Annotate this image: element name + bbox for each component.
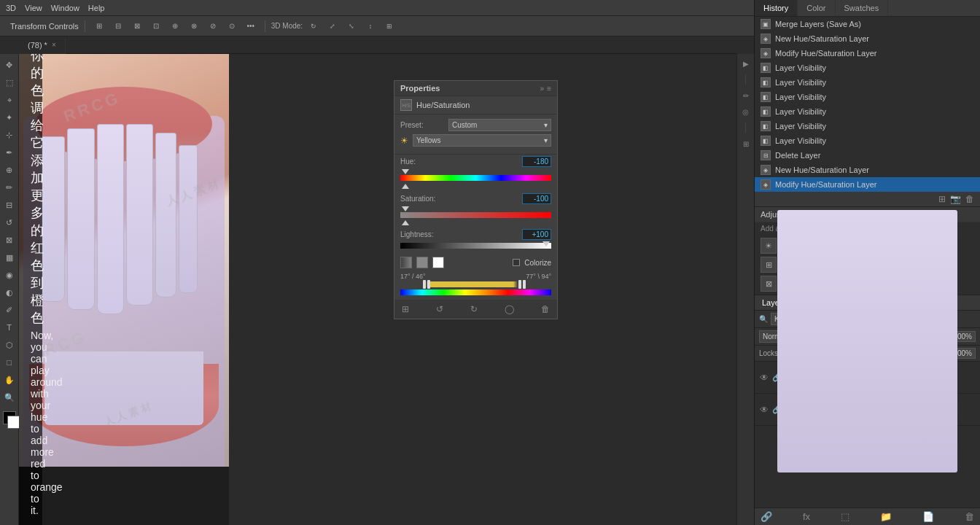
toolbar-btn-7[interactable]: ⊘ bbox=[205, 19, 221, 34]
tool-heal[interactable]: ⊕ bbox=[1, 162, 18, 178]
tool-crop[interactable]: ⊹ bbox=[1, 127, 18, 143]
history-item-8[interactable]: ◧ Layer Visibility bbox=[755, 133, 980, 148]
range-handle-left2[interactable] bbox=[427, 280, 430, 289]
mode-btn-5[interactable]: ⊞ bbox=[381, 19, 397, 34]
history-item-7[interactable]: ◧ Layer Visibility bbox=[755, 119, 980, 133]
history-item-9[interactable]: ⊟ Delete Layer bbox=[755, 148, 980, 163]
history-item-5[interactable]: ◧ Layer Visibility bbox=[755, 90, 980, 104]
strip-icon-edit[interactable]: ✏ bbox=[739, 89, 752, 102]
history-item-6[interactable]: ◧ Layer Visibility bbox=[755, 104, 980, 119]
hist-icon-1[interactable]: ⊞ bbox=[938, 194, 946, 204]
hue-value[interactable]: -180 bbox=[522, 156, 551, 167]
toolbar-btn-8[interactable]: ⊙ bbox=[224, 19, 240, 34]
tool-lasso[interactable]: ⌖ bbox=[1, 92, 18, 108]
background-color[interactable] bbox=[7, 416, 20, 429]
tool-shape[interactable]: □ bbox=[1, 354, 18, 370]
tool-gradient[interactable]: ▦ bbox=[1, 249, 18, 265]
prop-footer-icon-1[interactable]: ⊞ bbox=[400, 303, 411, 316]
toolbar-btn-4[interactable]: ⊡ bbox=[148, 19, 164, 34]
sat-thumb-top[interactable] bbox=[402, 206, 409, 211]
tool-hand[interactable]: ✋ bbox=[1, 372, 18, 388]
hue-thumb-bottom[interactable] bbox=[402, 184, 409, 189]
strip-icon-adjust[interactable]: ◎ bbox=[739, 105, 752, 118]
tab-color[interactable]: Color bbox=[798, 0, 835, 16]
prop-footer-icon-3[interactable]: ↻ bbox=[469, 303, 479, 316]
layer-footer-folder[interactable]: 📁 bbox=[880, 511, 892, 522]
history-item-4[interactable]: ◧ Layer Visibility bbox=[755, 75, 980, 90]
range-handle-left[interactable] bbox=[423, 280, 426, 289]
foreground-color[interactable] bbox=[3, 411, 16, 424]
tool-blur[interactable]: ◉ bbox=[1, 267, 18, 283]
toolbar-btn-1[interactable]: ⊞ bbox=[91, 19, 107, 34]
toolbar-btn-3[interactable]: ⊠ bbox=[129, 19, 145, 34]
channel-dropdown[interactable]: Yellows ▾ bbox=[413, 134, 551, 147]
tab-close[interactable]: × bbox=[52, 41, 56, 49]
menu-window[interactable]: Window bbox=[51, 4, 79, 12]
tool-eyedropper[interactable]: ✒ bbox=[1, 144, 18, 160]
light-thumb[interactable] bbox=[542, 241, 550, 246]
eye-icon-1[interactable]: 👁 bbox=[759, 405, 769, 415]
adj-icon-cm[interactable]: ⊞ bbox=[761, 257, 777, 273]
prop-footer-icon-4[interactable]: ◯ bbox=[503, 303, 516, 316]
tool-magic[interactable]: ✦ bbox=[1, 109, 18, 125]
mode-btn-3[interactable]: ⤡ bbox=[343, 19, 359, 34]
menu-view[interactable]: View bbox=[25, 4, 42, 12]
history-item-10[interactable]: ◈ New Hue/Saturation Layer bbox=[755, 163, 980, 177]
properties-expand-icon[interactable]: » bbox=[540, 85, 545, 93]
toolbar-more[interactable]: ••• bbox=[243, 19, 259, 34]
tool-path[interactable]: ⬡ bbox=[1, 337, 18, 353]
toolbar-btn-6[interactable]: ⊗ bbox=[186, 19, 202, 34]
tool-text[interactable]: T bbox=[1, 319, 18, 335]
layer-item-1[interactable]: 👁 🔗 Layer 6 bbox=[755, 394, 980, 426]
properties-menu-icon[interactable]: ≡ bbox=[547, 85, 551, 93]
hue-range-track[interactable] bbox=[400, 281, 551, 287]
prop-footer-icon-5[interactable]: 🗑 bbox=[540, 303, 551, 316]
tab-history[interactable]: History bbox=[755, 0, 798, 16]
tool-eraser[interactable]: ⊠ bbox=[1, 232, 18, 248]
sat-thumb-bottom[interactable] bbox=[402, 220, 409, 225]
preset-dropdown[interactable]: Custom ▾ bbox=[448, 119, 551, 131]
history-item-0[interactable]: ▣ Merge Layers (Save As) bbox=[755, 17, 980, 31]
mode-btn-2[interactable]: ⤢ bbox=[324, 19, 341, 34]
layer-footer-delete[interactable]: 🗑 bbox=[965, 511, 974, 522]
adj-icon-s1[interactable]: ⊠ bbox=[761, 276, 777, 292]
history-item-1[interactable]: ◈ New Hue/Saturation Layer bbox=[755, 31, 980, 46]
tool-pen[interactable]: ✐ bbox=[1, 302, 18, 318]
tool-zoom[interactable]: 🔍 bbox=[1, 389, 18, 405]
tool-select[interactable]: ⬚ bbox=[1, 74, 18, 90]
adj-icon-brightness[interactable]: ☀ bbox=[761, 238, 777, 254]
hue-thumb-top[interactable] bbox=[402, 169, 409, 174]
menu-3d[interactable]: 3D bbox=[6, 4, 16, 12]
history-item-11[interactable]: ◈ Modify Hue/Saturation Layer bbox=[755, 177, 980, 192]
hue-slider-track[interactable] bbox=[400, 175, 551, 181]
light-value[interactable]: +100 bbox=[522, 229, 551, 240]
tool-move[interactable]: ✥ bbox=[1, 57, 18, 73]
hist-icon-3[interactable]: 🗑 bbox=[965, 194, 974, 204]
strip-icon-select[interactable]: ⊞ bbox=[739, 137, 752, 150]
toolbar-btn-5[interactable]: ⊕ bbox=[167, 19, 183, 34]
strip-icon-play[interactable]: ▶ bbox=[739, 57, 752, 70]
layer-footer-add[interactable]: 📄 bbox=[922, 511, 934, 522]
tool-brush[interactable]: ✏ bbox=[1, 179, 18, 195]
range-handle-right2[interactable] bbox=[523, 280, 526, 289]
file-tab[interactable]: (78) * × bbox=[19, 36, 66, 54]
eye-icon-0[interactable]: 👁 bbox=[759, 373, 769, 383]
range-handle-right[interactable] bbox=[518, 280, 521, 289]
history-item-2[interactable]: ◈ Modify Hue/Saturation Layer bbox=[755, 46, 980, 61]
light-slider-track[interactable] bbox=[400, 243, 551, 249]
mode-btn-1[interactable]: ↻ bbox=[306, 19, 322, 34]
sat-value[interactable]: -100 bbox=[522, 193, 551, 204]
layer-footer-fx[interactable]: fx bbox=[803, 511, 810, 522]
menu-help[interactable]: Help bbox=[88, 4, 105, 12]
hist-icon-2[interactable]: 📷 bbox=[950, 194, 961, 204]
tool-stamp[interactable]: ⊟ bbox=[1, 197, 18, 213]
sat-slider-track[interactable] bbox=[400, 212, 551, 218]
tool-history[interactable]: ↺ bbox=[1, 214, 18, 230]
tool-dodge[interactable]: ◐ bbox=[1, 284, 18, 300]
layer-footer-mask[interactable]: ⬚ bbox=[841, 511, 849, 522]
toolbar-btn-2[interactable]: ⊟ bbox=[110, 19, 126, 34]
tab-swatches[interactable]: Swatches bbox=[836, 0, 889, 16]
mode-btn-4[interactable]: ↕ bbox=[362, 19, 378, 34]
colorize-checkbox[interactable] bbox=[513, 259, 520, 266]
layer-footer-link[interactable]: 🔗 bbox=[761, 511, 772, 522]
